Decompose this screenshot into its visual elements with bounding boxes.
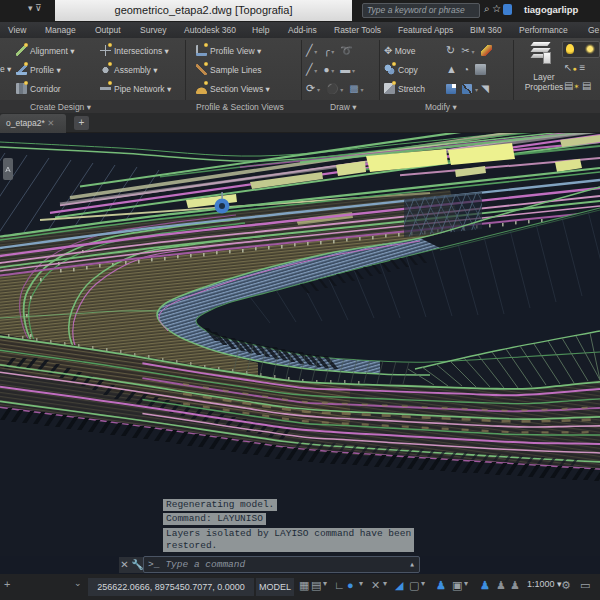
svg-text:A: A — [5, 165, 11, 174]
